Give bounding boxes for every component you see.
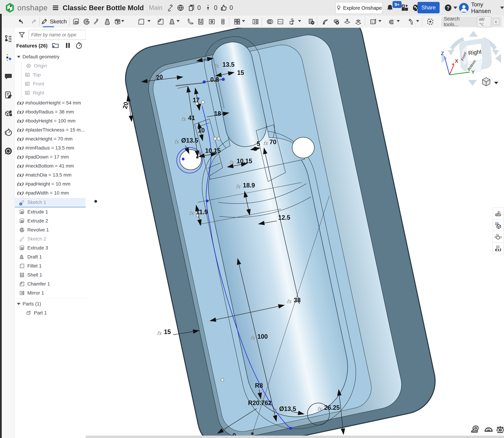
variable-row[interactable]: (x)#neckHeight = 70 mm — [15, 134, 87, 143]
variable-row[interactable]: (x)#padHeight = 10 mm — [15, 179, 87, 188]
transform-dropdown-chevron-icon[interactable] — [298, 20, 301, 22]
dimension-label[interactable]: 26.25 — [324, 404, 340, 411]
dimension-label[interactable]: 20 — [156, 73, 163, 81]
branch-history-icon[interactable] — [205, 0, 211, 16]
dimension-label[interactable]: 11.9 — [196, 208, 208, 216]
tree-item-chamfer-1[interactable]: Chamfer 1 — [15, 279, 90, 288]
delete-part-tool-icon[interactable] — [307, 16, 316, 27]
tree-item-origin[interactable]: Origin — [15, 61, 96, 70]
fillet-tool-icon[interactable] — [136, 16, 146, 27]
undo-button[interactable] — [16, 16, 26, 27]
tape-measure-icon[interactable] — [470, 425, 480, 434]
move-face-tool-icon[interactable] — [342, 16, 352, 27]
explore-onshape-button[interactable]: Explore Onshape — [336, 2, 382, 14]
dimension-label[interactable]: 5 — [257, 140, 260, 147]
performance-panel-icon[interactable] — [4, 128, 12, 137]
variable-row[interactable]: (x)#bodyHeight = 100 mm — [15, 116, 87, 125]
redo-button[interactable] — [29, 16, 39, 27]
standard-content-panel-icon[interactable]: ? — [4, 110, 12, 118]
dimension-label[interactable]: 100 — [257, 333, 268, 340]
curve-tool-icon[interactable] — [387, 16, 397, 27]
filter-input[interactable] — [28, 30, 86, 40]
help-icon[interactable]: ? — [444, 0, 452, 16]
mass-properties-scale-icon[interactable] — [495, 425, 504, 434]
search-tools[interactable]: Search tools... alt/⌥ c — [441, 17, 502, 27]
variable-row[interactable]: (x)#bodyRadius = 38 mm — [15, 107, 87, 116]
mold-part[interactable] — [119, 28, 441, 438]
plane-dropdown-chevron-icon[interactable] — [378, 20, 381, 22]
dimension-label[interactable]: 13.5 — [222, 61, 234, 68]
dimension-label[interactable]: 12.5 — [278, 214, 290, 221]
copy-document-icon[interactable] — [188, 0, 195, 16]
user-name[interactable]: Tony Hansen — [471, 0, 504, 16]
pattern-tool-icon[interactable] — [232, 16, 242, 27]
dimension-label[interactable]: Ø13.5 — [279, 405, 296, 412]
revolve-tool-icon[interactable] — [82, 16, 91, 27]
boss-dropdown-chevron-icon[interactable] — [121, 20, 124, 22]
dimension-label[interactable]: 15 — [164, 328, 171, 335]
part-table-panel-button[interactable] — [493, 219, 504, 231]
tree-item-mirror-1[interactable]: Mirror 1 — [15, 288, 90, 297]
thumbs-up-icon[interactable] — [220, 0, 227, 16]
dimension-label[interactable]: R8 — [255, 382, 263, 389]
dimension-label[interactable]: 17 — [193, 97, 200, 104]
dimension-label[interactable]: Ø13.5 — [181, 137, 198, 144]
comments-panel-icon[interactable] — [4, 72, 12, 80]
mirror-tool-icon[interactable] — [251, 16, 260, 27]
variable-table-panel-button[interactable]: (x) — [493, 242, 504, 254]
transform-tool-icon[interactable] — [287, 16, 297, 27]
tree-item-right-plane[interactable]: Right — [15, 88, 95, 97]
app-store-grid-icon[interactable] — [401, 0, 409, 16]
variable-row[interactable]: (x)#natchDia = 13.5 mm — [15, 171, 87, 179]
dimension-label[interactable]: R20.762 — [248, 399, 272, 406]
rib-tool-icon[interactable] — [186, 16, 195, 27]
feature-list-panel-icon[interactable] — [4, 35, 12, 43]
variable-row[interactable]: (x)#rimRadius = 13.5 mm — [15, 143, 87, 153]
dimension-label[interactable]: 18.9 — [243, 182, 255, 189]
modify-fillet-tool-icon[interactable] — [320, 16, 330, 27]
avatar[interactable] — [459, 3, 469, 13]
tree-item-revolve-1[interactable]: Revolve 1 — [15, 225, 90, 234]
view-mode-dropdown[interactable] — [482, 78, 498, 86]
versions-panel-icon[interactable] — [4, 53, 12, 62]
tree-item-sketch-1[interactable]: Sketch 1 — [15, 198, 90, 208]
tree-item-top-plane[interactable]: Top — [15, 70, 95, 79]
tree-item-fillet-1[interactable]: Fillet 1 — [15, 262, 90, 271]
variable-row[interactable]: (x)#padDown = 17 mm — [15, 153, 87, 162]
tree-item-sketch-2[interactable]: Sketch 2 — [15, 234, 90, 243]
sweep-tool-icon[interactable] — [92, 16, 102, 27]
split-tool-icon[interactable] — [275, 16, 285, 27]
description-panel-icon[interactable] — [4, 91, 12, 99]
add-folder-icon[interactable] — [52, 42, 59, 49]
natch-hole-right[interactable] — [292, 137, 314, 158]
suppress-pause-icon[interactable] — [64, 42, 72, 49]
tree-item-draft-1[interactable]: Draft 1 — [15, 252, 90, 262]
dimension-label[interactable]: 10 — [198, 127, 205, 134]
configurations-panel-button[interactable] — [493, 231, 504, 243]
dimension-label[interactable]: 20 — [121, 101, 130, 110]
dimension-label[interactable]: 0.8 — [210, 76, 219, 83]
graphics-viewport[interactable]: fx 13.5 15 0.8 20 20 17 18 fx 41 10 fx Ø… — [86, 28, 504, 438]
sketch-button[interactable]: Sketch — [41, 16, 67, 27]
variable-row[interactable]: (x)#shoulderHeight = 54 mm — [15, 99, 87, 107]
tree-item-extrude-2[interactable]: Extrude 2 — [15, 216, 90, 225]
curve-dropdown-chevron-icon[interactable] — [397, 20, 400, 22]
tree-item-extrude-1[interactable]: Extrude 1 — [15, 208, 90, 216]
draft-dropdown-chevron-icon[interactable] — [177, 20, 180, 22]
branch-name[interactable]: Main — [149, 0, 162, 16]
dimension-label[interactable]: 10.15 — [237, 157, 252, 164]
draft-tool-icon[interactable] — [168, 16, 177, 27]
surface-tool-icon[interactable] — [406, 16, 416, 27]
public-globe-icon[interactable] — [177, 0, 184, 16]
appearance-panel-button[interactable] — [493, 208, 504, 219]
linear-pattern-tool-icon[interactable] — [218, 16, 228, 27]
variable-row[interactable]: (x)#neckBottom = 41 mm — [15, 162, 87, 171]
variable-row[interactable]: (x)#padWidth = 10 mm — [15, 188, 87, 197]
loft-tool-icon[interactable] — [103, 16, 112, 27]
onshape-wordmark[interactable]: onshape — [17, 0, 48, 16]
plane-tool-icon[interactable] — [368, 16, 378, 27]
help-caret-icon[interactable] — [453, 0, 457, 16]
chamfer-tool-icon[interactable] — [156, 16, 166, 27]
hole-tool-icon[interactable] — [207, 16, 217, 27]
tree-node-parts[interactable]: Parts (1) — [15, 299, 88, 308]
